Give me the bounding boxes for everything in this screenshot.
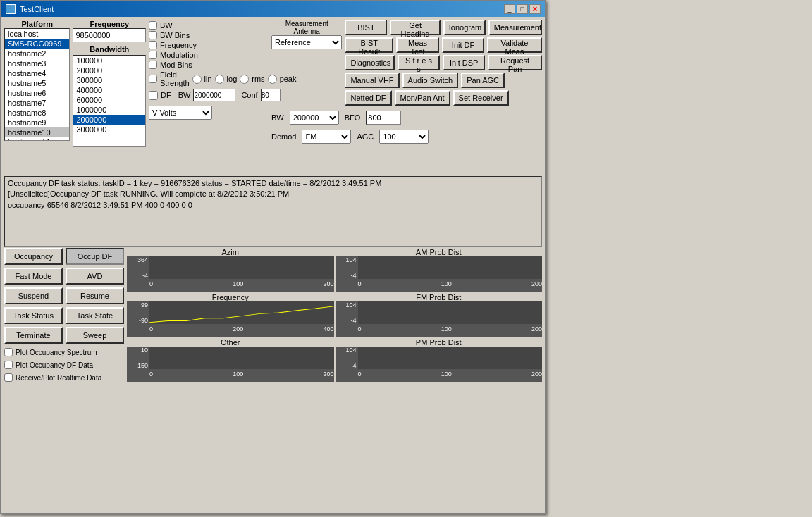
app-icon	[6, 4, 16, 14]
bw-bins-checkbox[interactable]	[149, 31, 157, 39]
bist-button[interactable]: BIST	[345, 20, 387, 35]
list-item[interactable]: hostname10	[5, 127, 69, 137]
diagnostics-button[interactable]: Diagnostics	[345, 55, 394, 70]
manual-vhf-button[interactable]: Manual VHF	[345, 73, 399, 88]
frequency-chart: Frequency 99 -90	[127, 293, 334, 337]
list-item[interactable]: hostname3	[5, 58, 69, 68]
ctrl-row-2: Fast Mode AVD	[4, 268, 124, 285]
init-dsp-button[interactable]: Init DSP	[443, 55, 485, 70]
list-item[interactable]: hostname4	[5, 68, 69, 78]
plot-occupancy-df-checkbox[interactable]	[4, 361, 13, 369]
modulation-checkbox[interactable]	[149, 51, 157, 59]
am-prob-x200: 200	[531, 280, 542, 287]
list-item[interactable]: hostname5	[5, 78, 69, 88]
set-receiver-button[interactable]: Set Receiver	[453, 90, 509, 106]
validate-meas-button[interactable]: Validate Meas	[487, 37, 542, 53]
list-item[interactable]: hostname2	[5, 49, 69, 58]
df-checkbox[interactable]	[149, 91, 158, 100]
bist-result-button[interactable]: BIST Result	[345, 37, 393, 53]
fm-prob-x200: 200	[531, 325, 542, 332]
list-item[interactable]: 300000	[73, 75, 145, 85]
resume-button[interactable]: Resume	[66, 287, 124, 304]
occupancy-button[interactable]: Occupancy	[4, 248, 63, 265]
bandwidth-listbox[interactable]: 100000 200000 300000 400000 600000 10000…	[73, 55, 146, 147]
azim-x0: 0	[149, 280, 153, 287]
plot-occupancy-spectrum-checkbox[interactable]	[4, 348, 13, 356]
audio-switch-button[interactable]: Audio Switch	[402, 73, 459, 88]
demod-select[interactable]: FM AM USB LSB CW	[302, 130, 351, 144]
meas-antenna-row: Measurement Antenna Reference Antenna 1 …	[271, 20, 542, 106]
mod-bins-checkbox-row: Mod Bins	[149, 61, 269, 69]
meas-antenna-select[interactable]: Reference Antenna 1 Antenna 2	[271, 35, 342, 49]
bw-df-label: BW	[178, 91, 191, 99]
meas-test-button[interactable]: Meas Test	[396, 37, 439, 53]
list-item[interactable]: hostname9	[5, 118, 69, 127]
ionogram-button[interactable]: Ionogram	[443, 20, 486, 35]
fm-prob-inner	[358, 301, 543, 324]
minimize-button[interactable]: _	[504, 4, 515, 14]
list-item[interactable]: 600000	[73, 95, 145, 105]
sweep-button[interactable]: Sweep	[66, 327, 124, 344]
main-content: Platform localhost SMS-RCG0969 hostname2…	[1, 17, 545, 385]
list-item[interactable]: hostname6	[5, 88, 69, 98]
azim-ymax: 364	[137, 256, 148, 263]
freq-checkbox[interactable]	[149, 41, 157, 49]
bfo-input[interactable]	[366, 111, 401, 125]
agc-select[interactable]: 100 50 25 10	[379, 130, 429, 144]
log-radio[interactable]	[215, 75, 224, 84]
frequency-input[interactable]	[73, 28, 146, 42]
field-strength-checkbox[interactable]	[149, 75, 157, 83]
azim-xaxis: 0 100 200	[149, 279, 334, 292]
init-df-button[interactable]: Init DF	[442, 37, 484, 53]
platform-listbox[interactable]: localhost SMS-RCG0969 hostname2 hostname…	[4, 28, 70, 141]
bw-settings-select[interactable]: 200000 100000 50000 400000	[290, 111, 339, 125]
bw-df-input[interactable]	[193, 89, 235, 101]
stress-button[interactable]: S t r e s s	[398, 55, 440, 70]
lin-radio[interactable]	[192, 75, 202, 84]
list-item[interactable]: 2000000	[73, 115, 145, 125]
list-item[interactable]: 200000	[73, 66, 145, 75]
fast-mode-button[interactable]: Fast Mode	[4, 268, 63, 285]
modulation-checkbox-row: Modulation	[149, 51, 269, 59]
list-item[interactable]: hostname8	[5, 108, 69, 118]
list-item[interactable]: localhost	[5, 29, 69, 39]
am-prob-title: AM Prob Dist	[336, 248, 543, 256]
voltage-select[interactable]: V Volts dBm dBuV	[149, 106, 212, 120]
main-window: TestClient _ □ ✕ Platform localhost SMS-…	[0, 0, 546, 514]
bw-checkbox[interactable]	[149, 21, 157, 30]
get-heading-button[interactable]: Get Heading	[390, 20, 440, 35]
list-item[interactable]: SMS-RCG0969	[5, 39, 69, 49]
receive-plot-checkbox[interactable]	[4, 373, 13, 382]
ctrl-row-1: Occupancy Occup DF	[4, 248, 124, 265]
close-button[interactable]: ✕	[529, 4, 541, 14]
pm-prob-title: PM Prob Dist	[336, 338, 543, 347]
netted-df-button[interactable]: Netted DF	[345, 90, 391, 106]
am-prob-x100: 100	[441, 280, 452, 287]
task-state-button[interactable]: Task State	[66, 307, 124, 324]
occup-df-button[interactable]: Occup DF	[66, 248, 124, 265]
terminate-button[interactable]: Terminate	[4, 327, 63, 344]
list-item[interactable]: 100000	[73, 56, 145, 66]
measurement-button[interactable]: Measurement	[488, 20, 542, 35]
mod-bins-checkbox[interactable]	[149, 61, 157, 69]
list-item[interactable]: 400000	[73, 85, 145, 95]
am-prob-canvas: 104 -4 0 100 200	[336, 256, 543, 292]
list-item[interactable]: 1000000	[73, 105, 145, 115]
rms-radio[interactable]	[240, 75, 249, 84]
avd-button[interactable]: AVD	[66, 268, 124, 285]
df-label: DF	[161, 91, 171, 99]
task-status-button[interactable]: Task Status	[4, 307, 63, 324]
list-item[interactable]: 3000000	[73, 125, 145, 135]
maximize-button[interactable]: □	[517, 4, 528, 14]
fm-prob-ymin: -4	[350, 317, 356, 324]
ctrl-row-3: Suspend Resume	[4, 287, 124, 304]
suspend-button[interactable]: Suspend	[4, 287, 63, 304]
frequency-label: Frequency	[73, 20, 146, 28]
list-item[interactable]: hostname7	[5, 98, 69, 108]
status-line-2: [Unsolicited]Occupancy DF task RUNNING. …	[8, 189, 539, 199]
pan-agc-button[interactable]: Pan AGC	[461, 73, 505, 88]
mon-pan-ant-button[interactable]: Mon/Pan Ant	[395, 90, 450, 106]
list-item[interactable]: hostname11	[5, 137, 69, 141]
request-pan-button[interactable]: Request Pan	[488, 55, 542, 70]
plot-occupancy-df-label: Plot Occupancy DF Data	[16, 361, 93, 369]
